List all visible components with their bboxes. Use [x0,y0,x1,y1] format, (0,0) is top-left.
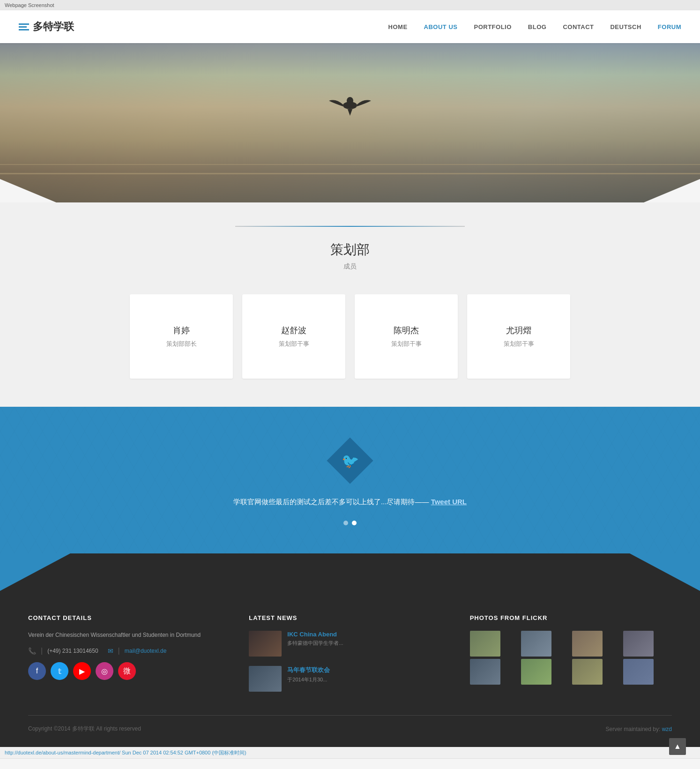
dark-section [0,553,700,591]
flickr-photo-1[interactable] [470,631,500,657]
member-name-3: 尤玥熠 [506,325,531,336]
social-icons: f 𝕥 ▶ ◎ 微 [28,662,230,680]
department-section: 策划部 成员 肖婷 策划部部长 赵舒波 策划部干事 陈明杰 策划部干事 尤玥熠 … [0,202,700,407]
logo-text: 多特学联 [33,20,74,34]
svg-rect-2 [349,101,351,105]
youtube-button[interactable]: ▶ [73,662,91,680]
tweet-url-link[interactable]: Tweet URL [431,498,467,506]
weibo-button[interactable]: 微 [118,662,136,680]
twitter-tweet-text: 学联官网做些最后的测试之后差不多可以上线了...尽请期待—— Tweet URL [9,498,691,507]
member-card-0[interactable]: 肖婷 策划部部长 [130,294,233,379]
footer-contact-title: CONTACT DETAILS [28,614,230,621]
footer-bottom: Copyright ©2014 多特学联 All rights reserved… [28,715,672,733]
nav-blog[interactable]: BLOG [528,23,547,30]
member-card-1[interactable]: 赵舒波 策划部干事 [242,294,345,379]
dept-divider [235,226,465,227]
news-content-1: 马年春节联欢会 于2014年1月30... [287,666,330,692]
hero-bottom-decoration [0,179,700,202]
contact-row-phone: 📞 | (+49) 231 13014650 ✉ | mail@duotexl.… [28,647,230,655]
url-text: http://duotexl.de/about-us/mastermind-de… [5,749,246,756]
footer-flickr-title: PHOTOS FROM FLICKR [470,614,672,621]
nav-deutsch[interactable]: DEUTSCH [610,23,641,30]
footer-copyright: Copyright ©2014 多特学联 All rights reserved [28,725,141,733]
member-name-0: 肖婷 [173,325,190,336]
footer-grid: CONTACT DETAILS Verein der Chinesischen … [28,614,672,701]
member-card-2[interactable]: 陈明杰 策划部干事 [355,294,458,379]
footer-news: LATEST NEWS IKC China Abend 多特蒙德中国学生学者..… [249,614,451,701]
email-icon: ✉ [108,647,113,655]
flickr-photo-3[interactable] [572,631,603,657]
news-title-0[interactable]: IKC China Abend [287,631,343,638]
flickr-photo-4[interactable] [623,631,654,657]
phone-number: (+49) 231 13014650 [47,648,98,654]
member-name-1: 赵舒波 [281,325,306,336]
member-role-2: 策划部干事 [391,340,422,348]
nav-contact[interactable]: CONTACT [563,23,594,30]
logo-icon [19,23,29,30]
footer-contact: CONTACT DETAILS Verein der Chinesischen … [28,614,230,701]
news-title-1[interactable]: 马年春节联欢会 [287,666,330,674]
news-desc-1: 于2014年1月30... [287,676,330,683]
news-item-1: 马年春节联欢会 于2014年1月30... [249,666,451,692]
status-bar: Webpage Screenshot [0,0,700,10]
member-role-3: 策划部干事 [504,340,534,348]
instagram-button[interactable]: ◎ [96,662,113,680]
status-text: Webpage Screenshot [5,2,54,8]
nav-about[interactable]: ABOUT US [424,23,458,30]
flickr-photo-6[interactable] [521,659,551,685]
url-bar: http://duotexl.de/about-us/mastermind-de… [0,747,700,759]
server-link[interactable]: wzd [662,726,672,732]
member-card-3[interactable]: 尤玥熠 策划部干事 [467,294,570,379]
flickr-photo-5[interactable] [470,659,500,685]
footer-flickr: PHOTOS FROM FLICKR [470,614,672,701]
scroll-to-top-button[interactable]: ▲ [669,738,686,755]
twitter-button[interactable]: 𝕥 [51,662,68,680]
phone-icon: 📞 [28,647,36,655]
member-name-2: 陈明杰 [394,325,419,336]
member-role-1: 策划部干事 [279,340,309,348]
hero-bird [327,85,373,128]
footer: CONTACT DETAILS Verein der Chinesischen … [0,591,700,747]
facebook-button[interactable]: f [28,662,46,680]
main-nav: HOME ABOUT US PORTFOLIO BLOG CONTACT DEU… [388,23,681,30]
nav-forum[interactable]: FORUM [658,23,681,30]
nav-home[interactable]: HOME [388,23,408,30]
member-role-0: 策划部部长 [166,340,197,348]
header: 多特学联 HOME ABOUT US PORTFOLIO BLOG CONTAC… [0,10,700,43]
news-thumb-1 [249,666,282,692]
news-thumb-0 [249,631,282,657]
flickr-photo-7[interactable] [572,659,603,685]
news-item-0: IKC China Abend 多特蒙德中国学生学者... [249,631,451,657]
flickr-photo-8[interactable] [623,659,654,685]
news-desc-0: 多特蒙德中国学生学者... [287,640,343,647]
twitter-bird-icon: 🐦 [342,453,359,469]
footer-server-info: Server maintained by: wzd [606,726,672,732]
nav-portfolio[interactable]: PORTFOLIO [474,23,511,30]
logo[interactable]: 多特学联 [19,20,74,34]
members-grid: 肖婷 策划部部长 赵舒波 策划部干事 陈明杰 策划部干事 尤玥熠 策划部干事 [69,294,631,379]
news-content-0: IKC China Abend 多特蒙德中国学生学者... [287,631,343,657]
hero-image [0,43,700,202]
flickr-grid [470,631,672,685]
email-link[interactable]: mail@duotexl.de [125,648,167,654]
footer-address: Verein der Chinesischen Wissenschaftler … [28,631,230,640]
dept-title: 策划部 [9,241,691,259]
flickr-photo-2[interactable] [521,631,551,657]
twitter-section: 🐦 学联官网做些最后的测试之后差不多可以上线了...尽请期待—— Tweet U… [0,407,700,553]
dept-subtitle: 成员 [9,262,691,271]
footer-news-title: LATEST NEWS [249,614,451,621]
